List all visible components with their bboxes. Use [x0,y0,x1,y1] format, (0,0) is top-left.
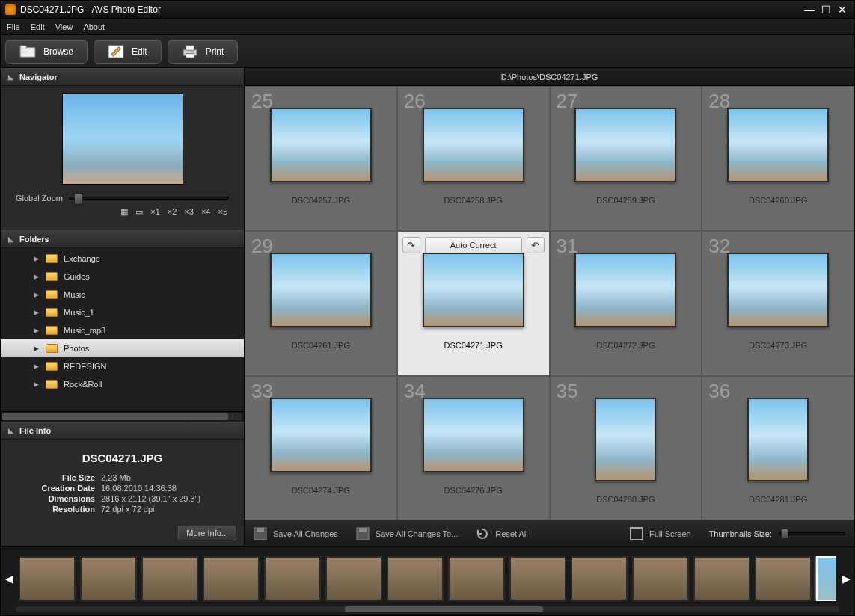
filmstrip-item[interactable] [693,556,750,601]
filmstrip-item[interactable] [325,556,382,601]
thumbnail-cell[interactable]: 33DSC04274.JPG [245,376,397,520]
folder-icon [19,45,36,58]
thumb-index: 36 [708,380,730,403]
thumbnail-cell[interactable]: ↷Auto Correct↶DSC04271.JPG [397,231,550,376]
folder-item[interactable]: ▶Rock&Roll [1,375,244,393]
filmstrip-item[interactable] [387,556,444,601]
filmstrip-item[interactable] [755,556,812,601]
thumb-index: 26 [404,90,426,113]
thumbnail-image [574,108,676,182]
thumb-index: 32 [708,235,730,258]
zoom-fit-icon[interactable]: ▭ [135,207,143,217]
folder-item[interactable]: ▶REDESIGN [1,357,244,375]
thumbnail-image [574,253,676,327]
filmstrip-item[interactable] [448,556,505,601]
folders-scroll[interactable] [1,411,244,422]
browse-button[interactable]: Browse [5,40,88,64]
zoom-grid-icon[interactable]: ▦ [120,207,128,217]
filmstrip-item[interactable] [632,556,689,601]
filmstrip-prev[interactable]: ◀ [2,555,16,602]
minimize-button[interactable]: — [802,4,817,16]
zoom-x1[interactable]: ×1 [150,207,160,217]
folders-panel: ▶Exchange▶Guides▶Music▶Music_1▶Music_mp3… [1,248,244,422]
thumbnail-cell[interactable]: 36DSC04281.JPG [702,376,854,520]
navigator-header[interactable]: Navigator [1,68,244,86]
moreinfo-button[interactable]: More Info... [178,526,236,540]
thumbnail-caption: DSC04274.JPG [292,486,350,495]
thumbnail-image [727,108,829,182]
thumb-index: 28 [708,90,730,113]
thumbnail-cell[interactable]: 34DSC04276.JPG [397,376,550,520]
filmstrip-item[interactable] [571,556,628,601]
thumbnail-size-slider[interactable] [778,532,845,535]
zoom-label: Global Zoom [16,194,63,203]
rotate-left-icon[interactable]: ↶ [527,237,545,253]
rotate-right-icon[interactable]: ↷ [402,237,420,253]
folder-icon [46,290,58,299]
filmstrip-item[interactable] [141,556,198,601]
filmstrip-item[interactable] [203,556,260,601]
folder-tree[interactable]: ▶Exchange▶Guides▶Music▶Music_1▶Music_mp3… [1,248,244,411]
save-all-to-button[interactable]: Save All Changes To... [356,527,458,540]
thumbnail-cell[interactable]: 27DSC04259.JPG [550,86,702,231]
maximize-button[interactable]: ☐ [818,4,833,16]
thumbnail-caption: DSC04261.JPG [292,341,350,350]
thumbnail-image [270,108,372,182]
folder-icon [46,308,58,317]
thumbnail-image [727,253,829,327]
navigator-thumb[interactable] [62,93,183,185]
reset-all-button[interactable]: Reset All [476,527,527,540]
folder-item[interactable]: ▶Music [1,286,244,304]
filmstrip-item[interactable] [509,556,566,601]
navigator-panel: Global Zoom ▦ ▭ ×1 ×2 ×3 ×4 ×5 [1,86,244,230]
fullscreen-button[interactable]: Full Screen [630,527,691,540]
print-label: Print [206,46,224,57]
save-all-button[interactable]: Save All Changes [254,527,338,540]
thumbnail-cell[interactable]: 28DSC04260.JPG [702,86,854,231]
menu-file[interactable]: File [7,22,20,31]
zoom-x3[interactable]: ×3 [184,207,194,217]
auto-correct-button[interactable]: Auto Correct [425,237,522,253]
zoom-x5[interactable]: ×5 [218,207,227,217]
folder-icon [46,272,58,281]
thumbnail-grid[interactable]: 25DSC04257.JPG26DSC04258.JPG27DSC04259.J… [245,86,854,520]
app-window: DSC04271.JPG - AVS Photo Editor — ☐ ✕ Fi… [0,0,855,616]
filmstrip-item[interactable] [816,556,836,601]
thumbnail-cell[interactable]: 31DSC04272.JPG [550,231,702,376]
zoom-x4[interactable]: ×4 [201,207,211,217]
folder-item[interactable]: ▶Music_mp3 [1,321,244,339]
folder-item[interactable]: ▶Guides [1,268,244,286]
folder-item[interactable]: ▶Exchange [1,250,244,268]
zoom-slider[interactable] [69,197,229,200]
thumbnail-cell[interactable]: 35DSC04280.JPG [550,376,702,520]
zoom-x2[interactable]: ×2 [168,207,177,217]
filmstrip-items[interactable] [19,556,836,601]
filmstrip-item[interactable] [19,556,76,601]
folder-icon [46,254,58,263]
thumbnail-image [595,398,656,481]
thumbnail-cell[interactable]: 29DSC04261.JPG [245,231,397,376]
folder-item[interactable]: ▶Photos [1,339,244,357]
save-icon [356,527,370,540]
menu-about[interactable]: About [83,22,105,31]
thumbnail-cell[interactable]: 25DSC04257.JPG [245,86,397,231]
thumbnail-cell[interactable]: 26DSC04258.JPG [397,86,550,231]
menu-view[interactable]: View [55,22,73,31]
filmstrip-item[interactable] [264,556,321,601]
filmstrip-item[interactable] [80,556,137,601]
edit-button[interactable]: Edit [94,40,162,64]
thumbnail-caption: DSC04257.JPG [292,196,350,205]
folders-header[interactable]: Folders [1,230,244,248]
main-area: D:\Photos\DSC04271.JPG 25DSC04257.JPG26D… [245,68,854,546]
thumbnail-image [423,398,524,472]
svg-rect-1 [20,45,26,49]
fileinfo-header[interactable]: File Info [1,422,244,440]
folder-item[interactable]: ▶Music_1 [1,304,244,321]
thumbnail-cell[interactable]: 32DSC04273.JPG [702,231,854,376]
filmstrip-scroll[interactable] [1,605,854,615]
thumbnail-caption: DSC04276.JPG [444,486,502,495]
print-button[interactable]: Print [168,40,239,64]
filmstrip-next[interactable]: ▶ [839,555,853,602]
menu-edit[interactable]: Edit [31,22,45,31]
close-button[interactable]: ✕ [835,4,850,16]
